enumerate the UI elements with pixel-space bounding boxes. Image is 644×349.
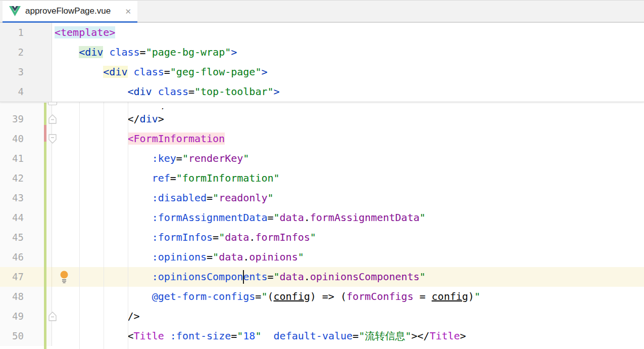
tab-approveflowpage[interactable]: approveFlowPage.vue ✕	[3, 1, 137, 23]
token: >	[231, 46, 237, 58]
code-line-46[interactable]: 46 :opinions="data.opinions"	[0, 247, 644, 267]
token: data	[219, 251, 243, 263]
code-text[interactable]: <FormInformation	[52, 129, 644, 149]
line-number: 3	[0, 62, 24, 82]
code-text[interactable]: :opinionsComponents="data.opinionsCompon…	[52, 267, 644, 287]
fold-end-icon[interactable]	[48, 311, 57, 324]
close-icon[interactable]: ✕	[125, 8, 131, 15]
code-text[interactable]: :opinions="data.opinions"	[52, 247, 644, 267]
line-number: 41	[0, 149, 24, 168]
code-line-43[interactable]: 43 :disabled="readonly"	[0, 188, 644, 208]
token: "geg-flow-page"	[170, 66, 262, 78]
token: "	[273, 211, 279, 224]
token: "	[213, 251, 219, 263]
token: =	[353, 330, 359, 342]
token: :key	[152, 152, 176, 164]
gutter[interactable]: 4	[0, 82, 52, 102]
lightbulb-icon[interactable]	[60, 271, 69, 290]
token: "	[267, 192, 273, 204]
code-text[interactable]: <template>	[52, 23, 644, 42]
code-text[interactable]: />	[52, 307, 644, 326]
editor-tab-bar: approveFlowPage.vue ✕	[0, 0, 644, 23]
line-number: 48	[0, 287, 24, 307]
code-text[interactable]: <div class="page-bg-wrap">	[52, 42, 644, 62]
token: "	[237, 330, 243, 342]
token: "	[420, 271, 426, 283]
code-text[interactable]: @get-form-configs="(config) => (formConf…	[52, 287, 644, 307]
token: "	[273, 271, 279, 283]
fold-marker-clipped-icon[interactable]	[48, 102, 57, 105]
tab-title: approveFlowPage.vue	[25, 6, 120, 16]
sticky-line-2[interactable]: 2 <div class="page-bg-wrap">	[0, 42, 644, 62]
code-line-49[interactable]: 49 />	[0, 307, 644, 326]
token: "formInformation"	[176, 172, 280, 184]
token	[128, 66, 134, 78]
code-text[interactable]: <div class="geg-flow-page">	[52, 62, 644, 82]
token: />	[128, 310, 140, 322]
sticky-line-4[interactable]: 4 <div class="top-toolbar">	[0, 82, 644, 102]
code-line-39[interactable]: 39 </div>	[0, 109, 644, 129]
code-text[interactable]: :formInfos="data.formInfos"	[52, 228, 644, 247]
token: ) => (	[310, 290, 346, 302]
token	[164, 330, 170, 342]
fold-end-icon[interactable]	[48, 114, 57, 127]
line-number: 4	[0, 82, 24, 102]
code-text[interactable]: </a-space>	[52, 102, 644, 109]
code-text[interactable]: </div>	[52, 109, 644, 129]
token: config	[432, 290, 468, 302]
token: </	[128, 113, 140, 125]
token: data	[225, 231, 249, 243]
token: class	[109, 46, 139, 58]
text-caret	[243, 270, 244, 284]
token: "	[261, 290, 267, 302]
code-line-41[interactable]: 41 :key="renderKey"	[0, 149, 644, 168]
token: Title	[134, 330, 164, 342]
code-text[interactable]: :key="renderKey"	[52, 149, 644, 168]
code-line-45[interactable]: 45 :formInfos="data.formInfos"	[0, 228, 644, 247]
code-text[interactable]: :disabled="readonly"	[52, 188, 644, 208]
token: >	[207, 106, 213, 109]
token: =	[213, 231, 219, 243]
token: (	[267, 290, 273, 302]
token: "	[255, 330, 261, 342]
code-text[interactable]: ref="formInformation"	[52, 168, 644, 188]
code-line-44[interactable]: 44 :formAssignmentData="data.formAssignm…	[0, 208, 644, 228]
code-line-38[interactable]: </a-space>	[0, 102, 644, 109]
vcs-deleted-stripe	[44, 125, 46, 142]
token: opinions	[249, 251, 298, 263]
gutter[interactable]: 2	[0, 42, 52, 62]
token: data	[280, 211, 304, 224]
gutter[interactable]: 3	[0, 62, 52, 82]
code-text[interactable]: :formAssignmentData="data.formAssignment…	[52, 208, 644, 228]
code-line-42[interactable]: 42 ref="formInformation"	[0, 168, 644, 188]
token: config	[274, 290, 310, 302]
token: <div	[79, 46, 103, 58]
indent-guide	[104, 102, 104, 349]
code-line-47[interactable]: 47 :opinionsComponents="data.opinionsCom…	[0, 267, 644, 287]
code-editor[interactable]: </a-space>39 </div>40 <FormInformation41…	[0, 23, 644, 349]
vue-logo-icon	[9, 6, 21, 16]
sticky-line-1[interactable]: 1<template>	[0, 23, 644, 42]
code-line-40[interactable]: 40 <FormInformation	[0, 129, 644, 149]
sticky-line-3[interactable]: 3 <div class="geg-flow-page">	[0, 62, 644, 82]
token: >	[411, 330, 417, 342]
code-text[interactable]: <div class="top-toolbar">	[52, 82, 644, 102]
code-text[interactable]: <Title :font-size="18" default-value="流转…	[52, 326, 644, 346]
token: >	[261, 66, 267, 78]
token: :formAssignmentData	[152, 211, 268, 224]
indent-guide	[128, 102, 128, 349]
token: <FormInformation	[128, 133, 225, 145]
code-line-50[interactable]: 50 <Title :font-size="18" default-value=…	[0, 326, 644, 346]
token: <template>	[55, 26, 115, 38]
token: data	[280, 271, 304, 283]
fold-start-icon[interactable]	[48, 134, 57, 147]
token: .	[249, 231, 255, 243]
code-line-48[interactable]: 48 @get-form-configs="(config) => (formC…	[0, 287, 644, 307]
token: =	[176, 152, 182, 164]
gutter[interactable]: 1	[0, 23, 52, 42]
line-number: 47	[0, 267, 24, 287]
token: opinionsComponents	[310, 271, 420, 283]
token: "page-bg-wrap"	[146, 46, 231, 58]
token: =	[207, 192, 213, 204]
token: =	[164, 66, 170, 78]
